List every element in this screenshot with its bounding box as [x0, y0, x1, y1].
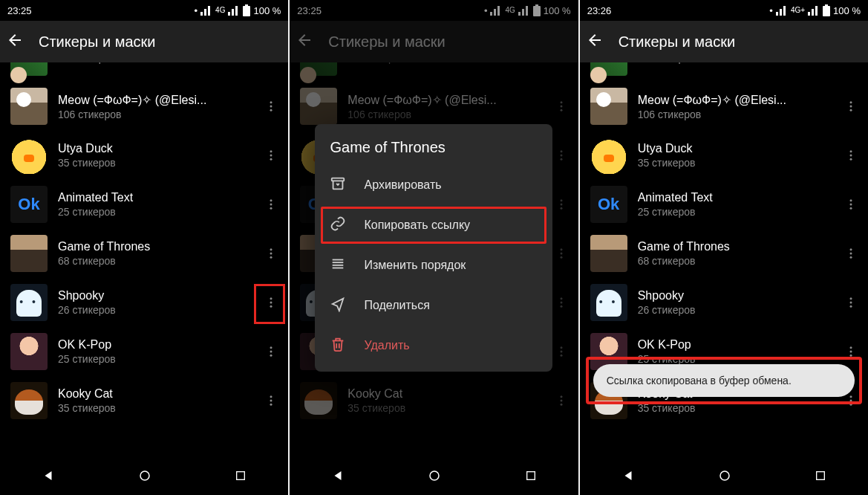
menu-item-share[interactable]: Поделиться [315, 285, 552, 326]
pack-thumbnail [590, 235, 627, 272]
signal-icon-2 [228, 5, 240, 16]
system-navbar [580, 459, 868, 495]
sticker-pack-row[interactable]: Utya Duck35 стикеров [0, 131, 288, 180]
sticker-pack-row[interactable]: OkAnimated Text25 стикеров [580, 180, 868, 229]
more-button[interactable] [838, 288, 864, 317]
pack-name: Kooky Cat [58, 387, 248, 401]
reorder-icon [330, 256, 346, 275]
svg-point-83 [849, 346, 852, 349]
pack-name: Utya Duck [638, 142, 828, 155]
page-title: Стикеры и маски [619, 33, 735, 51]
more-button[interactable] [258, 239, 284, 268]
menu-item-link[interactable]: Копировать ссылку [315, 205, 552, 245]
svg-point-8 [270, 150, 273, 152]
pack-thumbnail: Ok [10, 186, 48, 223]
pack-thumbnail: Ok [590, 186, 627, 223]
pack-count: 38 стикеров [58, 62, 248, 64]
nav-back-button[interactable] [42, 469, 55, 485]
toast: Ссылка скопирована в буфер обмена. [593, 364, 855, 397]
link-icon [330, 216, 346, 235]
sticker-pack-row[interactable]: OK K-Pop25 стикеров [0, 327, 288, 376]
sticker-pack-row[interactable]: Shpooky26 стикеров [580, 278, 868, 327]
svg-point-78 [849, 253, 852, 255]
sticker-pack-row[interactable]: Utya Duck35 стикеров [580, 131, 868, 180]
more-button[interactable] [258, 91, 284, 121]
battery-icon [823, 4, 830, 16]
sticker-pack-row[interactable]: 38 стикеров [0, 62, 288, 82]
svg-rect-0 [243, 6, 250, 16]
menu-item-reorder[interactable]: Изменить порядок [315, 245, 552, 285]
back-button[interactable] [6, 31, 24, 52]
sticker-list[interactable]: 38 стикеровMeow (=ФωФ=)✧ (@Elesi...106 с… [0, 62, 288, 425]
svg-point-12 [270, 204, 273, 206]
svg-rect-90 [817, 472, 825, 480]
more-button[interactable] [838, 190, 864, 219]
svg-point-80 [849, 297, 852, 300]
sticker-pack-row[interactable]: Meow (=ФωФ=)✧ (@Elesi...106 стикеров [0, 82, 288, 131]
more-button[interactable] [838, 91, 864, 121]
more-button[interactable] [838, 62, 864, 72]
more-button[interactable] [258, 337, 284, 366]
back-button[interactable] [586, 31, 604, 52]
nav-back-button[interactable] [621, 469, 635, 485]
dot-icon: • [769, 5, 773, 16]
nav-recent-button[interactable] [235, 470, 247, 485]
svg-point-14 [270, 248, 273, 250]
pack-count: 35 стикеров [638, 157, 828, 169]
battery-pct: 100 % [833, 5, 861, 16]
nav-home-button[interactable] [718, 469, 731, 485]
nav-home-button[interactable] [138, 469, 151, 485]
pack-count: 38 стикеров [638, 62, 828, 64]
svg-point-79 [849, 256, 852, 259]
more-button[interactable] [258, 140, 284, 170]
more-button[interactable] [838, 239, 864, 268]
pack-name: Animated Text [58, 191, 248, 204]
sticker-pack-row[interactable]: 38 стикеров [580, 62, 868, 82]
svg-point-23 [270, 395, 273, 398]
svg-point-73 [849, 158, 852, 161]
more-button[interactable] [258, 62, 284, 72]
modal-overlay[interactable]: Game of Thrones АрхивироватьКопировать с… [290, 0, 578, 495]
more-button[interactable] [838, 140, 864, 170]
svg-point-9 [270, 155, 273, 157]
menu-item-trash[interactable]: Удалить [315, 326, 552, 366]
more-button[interactable] [258, 190, 284, 219]
signal-icon [776, 5, 788, 16]
signal-icon-2 [808, 5, 820, 16]
toast-highlight: Ссылка скопирована в буфер обмена. [586, 357, 862, 404]
nav-recent-button[interactable] [815, 470, 826, 485]
sticker-pack-row[interactable]: Kooky Cat35 стикеров [0, 376, 288, 425]
menu-title: Game of Thrones [315, 136, 552, 165]
sticker-pack-row[interactable]: Game of Thrones68 стикеров [580, 229, 868, 278]
sticker-pack-row[interactable]: Game of Thrones68 стикеров [0, 229, 288, 278]
status-right: • 4G+ 100 % [769, 4, 861, 16]
more-button[interactable] [258, 386, 284, 415]
sticker-pack-row[interactable]: Shpooky26 стикеров [0, 278, 288, 327]
svg-point-16 [270, 256, 273, 259]
appbar: Стикеры и маски [580, 21, 868, 62]
phone-screenshot-2: 23:25 • 4G 100 % Стикеры и маски 38 стик… [290, 0, 578, 495]
svg-point-5 [270, 101, 273, 103]
menu-item-archive[interactable]: Архивировать [315, 165, 552, 205]
share-icon [330, 296, 346, 315]
pack-thumbnail [10, 382, 48, 419]
pack-name: Game of Thrones [638, 240, 828, 253]
context-menu: Game of Thrones АрхивироватьКопировать с… [315, 124, 552, 372]
svg-point-21 [270, 351, 273, 353]
battery-pct: 100 % [253, 5, 281, 16]
pack-count: 26 стикеров [638, 304, 828, 316]
signal-icon [200, 5, 212, 16]
sticker-pack-row[interactable]: Meow (=ФωФ=)✧ (@Elesi...106 стикеров [580, 82, 868, 131]
pack-count: 35 стикеров [58, 402, 248, 414]
pack-thumbnail [590, 137, 627, 174]
svg-point-18 [270, 302, 273, 304]
sticker-pack-row[interactable]: OkAnimated Text25 стикеров [0, 180, 288, 229]
svg-point-25 [270, 404, 273, 406]
status-time: 23:25 [7, 5, 32, 16]
archive-icon [330, 175, 346, 195]
svg-point-11 [270, 199, 273, 201]
pack-count: 26 стикеров [58, 304, 248, 316]
svg-rect-56 [332, 178, 345, 181]
more-button[interactable] [258, 288, 284, 317]
pack-name: OK K-Pop [638, 338, 828, 352]
